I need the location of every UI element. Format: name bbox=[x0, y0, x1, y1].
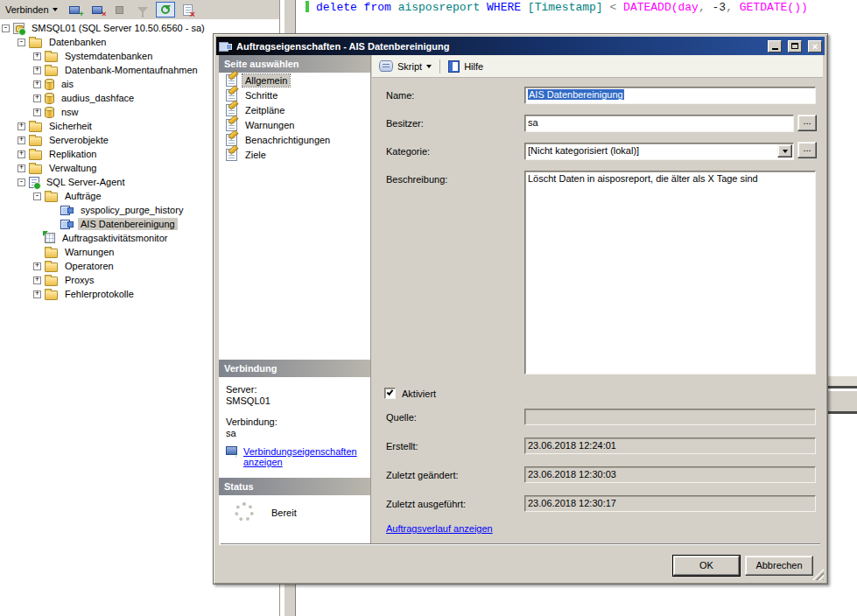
tree-item-label[interactable]: ais bbox=[59, 78, 76, 90]
script-button[interactable]: Skript bbox=[397, 61, 422, 72]
cancel-button[interactable]: Abbrechen bbox=[745, 556, 813, 576]
last-executed-label: Zuletzt ausgeführt: bbox=[386, 499, 466, 509]
script-dropdown-icon[interactable] bbox=[426, 65, 432, 68]
expand-icon[interactable]: + bbox=[33, 94, 41, 102]
tree-item-label[interactable]: Operatoren bbox=[62, 260, 116, 272]
delete-script-button[interactable] bbox=[179, 2, 198, 18]
disconnect-server-button[interactable]: × bbox=[88, 2, 107, 18]
tree-item-label[interactable]: Sicherheit bbox=[46, 120, 95, 132]
ok-button[interactable]: OK bbox=[673, 556, 740, 576]
view-job-history-link[interactable]: Auftragsverlauf anzeigen bbox=[386, 523, 493, 534]
tree-item-label[interactable]: Aufträge bbox=[62, 190, 104, 202]
tree-item-label[interactable]: Serverobjekte bbox=[46, 134, 111, 146]
connect-server-button[interactable]: + bbox=[65, 2, 84, 18]
tree-item-label[interactable]: Auftragsaktivitätsmonitor bbox=[60, 232, 170, 244]
checkmark-icon bbox=[387, 388, 394, 396]
category-select[interactable]: [Nicht kategorisiert (lokal)] bbox=[524, 143, 794, 160]
folder-icon bbox=[45, 276, 58, 286]
collapse-icon[interactable]: - bbox=[18, 178, 25, 186]
tree-item-label[interactable]: nsw bbox=[59, 106, 81, 118]
tree-item-label[interactable]: Replikation bbox=[46, 148, 99, 160]
x-badge-icon: × bbox=[102, 10, 106, 18]
tree-item-label[interactable]: syspolicy_purge_history bbox=[78, 204, 186, 216]
sidebar-item-label[interactable]: Allgemein bbox=[242, 74, 290, 87]
collapse-icon[interactable]: - bbox=[33, 192, 41, 200]
toggle-spacer bbox=[33, 248, 41, 256]
category-browse-button[interactable]: ... bbox=[797, 142, 817, 158]
sql-query-line[interactable]: delete from aisposreport WHERE [Timestam… bbox=[316, 1, 808, 14]
db-icon bbox=[45, 93, 54, 104]
owner-label: Besitzer: bbox=[386, 118, 424, 129]
dialog-titlebar[interactable]: Auftragseigenschaften - AIS Datenbereini… bbox=[216, 37, 825, 55]
sidebar-item[interactable]: Schritte bbox=[219, 88, 370, 102]
expand-icon[interactable]: + bbox=[33, 290, 41, 298]
sidebar-item[interactable]: Warnungen bbox=[219, 118, 370, 132]
tree-item-label[interactable]: AIS Datenbereinigung bbox=[78, 218, 178, 230]
expand-icon[interactable]: + bbox=[33, 276, 41, 284]
sql-token: -3 bbox=[713, 1, 727, 14]
expand-icon[interactable]: + bbox=[18, 164, 25, 172]
tree-item-label[interactable]: Verwaltung bbox=[46, 162, 99, 174]
tree-item-label[interactable]: Warnungen bbox=[62, 246, 116, 258]
resize-grip[interactable] bbox=[812, 569, 824, 580]
sql-token: < bbox=[609, 1, 623, 14]
sidebar-item[interactable]: Ziele bbox=[219, 148, 370, 162]
expand-icon[interactable]: + bbox=[18, 122, 25, 130]
plus-badge-icon: + bbox=[79, 10, 83, 18]
sql-token: WHERE bbox=[487, 1, 528, 14]
tree-item-label[interactable]: Fehlerprotokolle bbox=[62, 288, 137, 300]
collapse-icon[interactable]: - bbox=[18, 38, 25, 46]
minimize-button[interactable] bbox=[768, 40, 782, 52]
tree-item-label[interactable]: SQL Server-Agent bbox=[44, 176, 127, 188]
status-value: Bereit bbox=[271, 508, 297, 518]
help-button[interactable]: Hilfe bbox=[464, 61, 483, 72]
server-label: Server: bbox=[226, 384, 365, 395]
maximize-button[interactable] bbox=[788, 40, 802, 52]
tree-item-label[interactable]: Datenbank-Momentaufnahmen bbox=[62, 64, 200, 76]
enabled-label: Aktiviert bbox=[402, 388, 436, 399]
tree-item-label[interactable]: Systemdatenbanken bbox=[62, 50, 155, 62]
stop-button[interactable] bbox=[110, 2, 130, 18]
sidebar-item[interactable]: Benachrichtigungen bbox=[219, 133, 370, 147]
sidebar-item[interactable]: Zeitpläne bbox=[219, 103, 370, 117]
refresh-button[interactable] bbox=[156, 2, 175, 18]
sidebar-item-label[interactable]: Benachrichtigungen bbox=[242, 134, 333, 146]
sql-token: , bbox=[726, 1, 740, 14]
owner-browse-button[interactable]: ... bbox=[797, 115, 817, 131]
sidebar-item-label[interactable]: Warnungen bbox=[242, 119, 297, 131]
category-dropdown-button[interactable] bbox=[777, 144, 792, 158]
connection-label: Verbindung: bbox=[226, 416, 365, 427]
enabled-checkbox[interactable] bbox=[384, 388, 396, 399]
filter-button[interactable] bbox=[133, 2, 152, 18]
expand-icon[interactable]: + bbox=[33, 108, 41, 116]
tree-item-label[interactable]: Proxys bbox=[62, 274, 97, 286]
tree-item-label[interactable]: Datenbanken bbox=[46, 36, 109, 48]
connect-button-label: Verbinden bbox=[5, 4, 49, 15]
owner-input[interactable]: sa bbox=[524, 115, 794, 132]
sidebar-item-label[interactable]: Schritte bbox=[242, 89, 280, 102]
sidebar-item-label[interactable]: Zeitpläne bbox=[242, 104, 287, 116]
job-icon bbox=[60, 219, 74, 229]
page-list: AllgemeinSchritteZeitpläneWarnungenBenac… bbox=[219, 73, 370, 360]
connect-button[interactable]: Verbinden bbox=[2, 3, 61, 17]
source-label: Quelle: bbox=[386, 412, 417, 423]
sidebar-item-label[interactable]: Ziele bbox=[242, 149, 269, 161]
expand-icon[interactable]: + bbox=[33, 80, 41, 88]
sidebar-item[interactable]: Allgemein bbox=[219, 74, 370, 88]
dialog-toolbar: Skript Hilfe bbox=[372, 55, 823, 78]
query-editor[interactable]: delete from aisposreport WHERE [Timestam… bbox=[298, 0, 857, 33]
expand-icon[interactable]: + bbox=[18, 136, 25, 144]
stop-icon bbox=[116, 6, 123, 14]
tree-item-label[interactable]: SMSQL01 (SQL Server 10.50.6560 - sa) bbox=[29, 22, 207, 34]
expand-icon[interactable]: + bbox=[33, 66, 41, 74]
view-connection-properties-link[interactable]: Verbindungseigenschaften anzeigen bbox=[243, 446, 365, 467]
tree-item-label[interactable]: audius_dashface bbox=[59, 92, 137, 104]
expand-icon[interactable]: + bbox=[33, 262, 41, 270]
expand-icon[interactable]: + bbox=[18, 150, 25, 158]
name-input[interactable]: AIS Datenbereinigung bbox=[524, 87, 816, 104]
last-modified-field: 23.06.2018 12:30:03 bbox=[524, 466, 816, 483]
description-textarea[interactable]: Löscht Daten in aisposreport, die älter … bbox=[524, 171, 816, 374]
close-button[interactable]: × bbox=[808, 40, 822, 52]
collapse-icon[interactable]: - bbox=[2, 24, 10, 32]
expand-icon[interactable]: + bbox=[33, 52, 41, 60]
